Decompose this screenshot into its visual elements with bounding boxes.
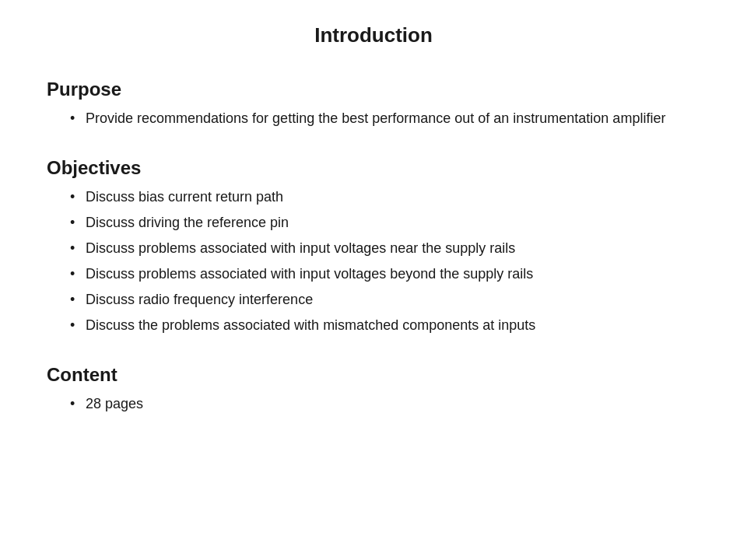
list-item: Discuss problems associated with input v… (70, 264, 700, 285)
section-purpose: PurposeProvide recommendations for getti… (47, 79, 700, 129)
list-item: 28 pages (70, 394, 700, 415)
list-item: Provide recommendations for getting the … (70, 108, 700, 129)
page-title: Introduction (47, 23, 700, 47)
section-content: Content28 pages (47, 364, 700, 415)
list-item: Discuss the problems associated with mis… (70, 315, 700, 336)
list-item: Discuss radio frequency interference (70, 289, 700, 310)
section-heading-purpose: Purpose (47, 79, 700, 100)
bullet-list-objectives: Discuss bias current return pathDiscuss … (47, 187, 700, 336)
section-heading-objectives: Objectives (47, 157, 700, 179)
list-item: Discuss problems associated with input v… (70, 238, 700, 259)
bullet-list-purpose: Provide recommendations for getting the … (47, 108, 700, 129)
section-objectives: ObjectivesDiscuss bias current return pa… (47, 157, 700, 336)
list-item: Discuss driving the reference pin (70, 212, 700, 233)
bullet-list-content: 28 pages (47, 394, 700, 415)
section-heading-content: Content (47, 364, 700, 386)
list-item: Discuss bias current return path (70, 187, 700, 208)
